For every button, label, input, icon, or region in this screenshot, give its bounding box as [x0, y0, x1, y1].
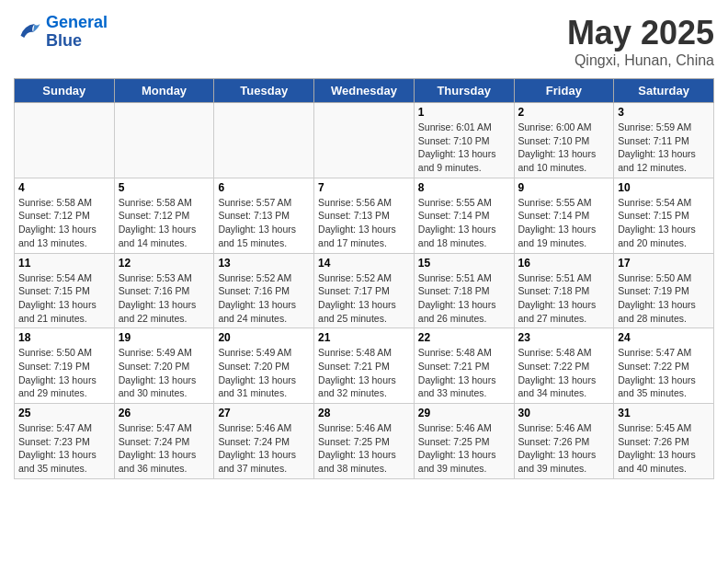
calendar-cell: 25Sunrise: 5:47 AM Sunset: 7:23 PM Dayli… — [15, 404, 115, 479]
day-number: 27 — [218, 407, 310, 419]
weekday-header: Thursday — [414, 79, 514, 103]
calendar-cell — [114, 103, 214, 178]
day-number: 31 — [618, 407, 710, 419]
calendar-cell: 6Sunrise: 5:57 AM Sunset: 7:13 PM Daylig… — [214, 178, 314, 253]
calendar-cell: 7Sunrise: 5:56 AM Sunset: 7:13 PM Daylig… — [314, 178, 415, 253]
calendar-cell: 18Sunrise: 5:50 AM Sunset: 7:19 PM Dayli… — [15, 328, 115, 404]
day-info: Sunrise: 5:52 AM Sunset: 7:17 PM Dayligh… — [318, 271, 410, 326]
calendar-cell: 14Sunrise: 5:52 AM Sunset: 7:17 PM Dayli… — [314, 253, 415, 328]
day-info: Sunrise: 5:59 AM Sunset: 7:11 PM Dayligh… — [618, 121, 710, 175]
day-number: 21 — [318, 331, 410, 344]
calendar-cell: 26Sunrise: 5:47 AM Sunset: 7:24 PM Dayli… — [114, 404, 214, 479]
day-info: Sunrise: 5:50 AM Sunset: 7:19 PM Dayligh… — [18, 346, 110, 400]
day-info: Sunrise: 5:46 AM Sunset: 7:24 PM Dayligh… — [218, 421, 310, 476]
calendar-cell: 20Sunrise: 5:49 AM Sunset: 7:20 PM Dayli… — [214, 328, 314, 404]
day-number: 15 — [418, 257, 510, 270]
calendar-week-row: 1Sunrise: 6:01 AM Sunset: 7:10 PM Daylig… — [15, 103, 714, 178]
day-info: Sunrise: 5:58 AM Sunset: 7:12 PM Dayligh… — [18, 196, 110, 250]
day-info: Sunrise: 5:46 AM Sunset: 7:25 PM Dayligh… — [418, 421, 510, 476]
day-info: Sunrise: 5:53 AM Sunset: 7:16 PM Dayligh… — [119, 271, 210, 326]
day-number: 7 — [318, 181, 410, 194]
calendar-week-row: 25Sunrise: 5:47 AM Sunset: 7:23 PM Dayli… — [15, 404, 714, 479]
calendar-cell: 11Sunrise: 5:54 AM Sunset: 7:15 PM Dayli… — [15, 253, 115, 328]
weekday-header: Sunday — [15, 79, 115, 103]
day-info: Sunrise: 5:54 AM Sunset: 7:15 PM Dayligh… — [18, 271, 110, 326]
day-info: Sunrise: 5:46 AM Sunset: 7:25 PM Dayligh… — [318, 421, 410, 476]
day-number: 6 — [218, 181, 310, 194]
calendar-cell: 13Sunrise: 5:52 AM Sunset: 7:16 PM Dayli… — [214, 253, 314, 328]
calendar-table: SundayMondayTuesdayWednesdayThursdayFrid… — [14, 78, 714, 479]
day-number: 20 — [218, 331, 310, 344]
day-info: Sunrise: 5:55 AM Sunset: 7:14 PM Dayligh… — [518, 196, 610, 250]
calendar-cell: 24Sunrise: 5:47 AM Sunset: 7:22 PM Dayli… — [614, 328, 714, 404]
day-info: Sunrise: 5:45 AM Sunset: 7:26 PM Dayligh… — [618, 421, 710, 476]
calendar-cell: 17Sunrise: 5:50 AM Sunset: 7:19 PM Dayli… — [614, 253, 714, 328]
calendar-cell — [15, 103, 115, 178]
day-info: Sunrise: 5:47 AM Sunset: 7:24 PM Dayligh… — [119, 421, 210, 476]
weekday-header-row: SundayMondayTuesdayWednesdayThursdayFrid… — [15, 79, 714, 103]
day-number: 8 — [418, 181, 510, 194]
day-number: 17 — [618, 257, 710, 270]
location: Qingxi, Hunan, China — [567, 52, 714, 69]
day-number: 24 — [618, 331, 710, 344]
calendar-cell: 15Sunrise: 5:51 AM Sunset: 7:18 PM Dayli… — [414, 253, 514, 328]
calendar-cell: 23Sunrise: 5:48 AM Sunset: 7:22 PM Dayli… — [514, 328, 614, 404]
page-header: General Blue May 2025 Qingxi, Hunan, Chi… — [14, 14, 714, 69]
day-info: Sunrise: 6:01 AM Sunset: 7:10 PM Dayligh… — [418, 121, 510, 175]
day-number: 11 — [18, 257, 110, 270]
calendar-cell: 16Sunrise: 5:51 AM Sunset: 7:18 PM Dayli… — [514, 253, 614, 328]
calendar-cell: 19Sunrise: 5:49 AM Sunset: 7:20 PM Dayli… — [114, 328, 214, 404]
day-number: 18 — [18, 331, 110, 344]
month-title: May 2025 — [567, 14, 714, 52]
day-number: 10 — [618, 181, 710, 194]
calendar-cell: 2Sunrise: 6:00 AM Sunset: 7:10 PM Daylig… — [514, 103, 614, 178]
day-number: 23 — [518, 331, 610, 344]
day-info: Sunrise: 5:51 AM Sunset: 7:18 PM Dayligh… — [418, 271, 510, 326]
calendar-week-row: 4Sunrise: 5:58 AM Sunset: 7:12 PM Daylig… — [15, 178, 714, 253]
day-number: 29 — [418, 407, 510, 419]
day-number: 30 — [518, 407, 610, 419]
calendar-cell: 1Sunrise: 6:01 AM Sunset: 7:10 PM Daylig… — [414, 103, 514, 178]
day-info: Sunrise: 5:47 AM Sunset: 7:23 PM Dayligh… — [18, 421, 110, 476]
calendar-cell: 21Sunrise: 5:48 AM Sunset: 7:21 PM Dayli… — [314, 328, 415, 404]
day-info: Sunrise: 6:00 AM Sunset: 7:10 PM Dayligh… — [518, 121, 610, 175]
day-info: Sunrise: 5:51 AM Sunset: 7:18 PM Dayligh… — [518, 271, 610, 326]
day-number: 16 — [518, 257, 610, 270]
calendar-cell: 30Sunrise: 5:46 AM Sunset: 7:26 PM Dayli… — [514, 404, 614, 479]
weekday-header: Friday — [514, 79, 614, 103]
day-info: Sunrise: 5:50 AM Sunset: 7:19 PM Dayligh… — [618, 271, 710, 326]
calendar-cell: 9Sunrise: 5:55 AM Sunset: 7:14 PM Daylig… — [514, 178, 614, 253]
calendar-cell — [214, 103, 314, 178]
day-info: Sunrise: 5:57 AM Sunset: 7:13 PM Dayligh… — [218, 196, 310, 250]
day-number: 4 — [18, 181, 110, 194]
title-block: May 2025 Qingxi, Hunan, China — [567, 14, 714, 69]
day-info: Sunrise: 5:47 AM Sunset: 7:22 PM Dayligh… — [618, 346, 710, 400]
day-number: 13 — [218, 257, 310, 270]
calendar-week-row: 18Sunrise: 5:50 AM Sunset: 7:19 PM Dayli… — [15, 328, 714, 404]
calendar-cell: 29Sunrise: 5:46 AM Sunset: 7:25 PM Dayli… — [414, 404, 514, 479]
calendar-week-row: 11Sunrise: 5:54 AM Sunset: 7:15 PM Dayli… — [15, 253, 714, 328]
day-number: 12 — [119, 257, 210, 270]
calendar-cell: 4Sunrise: 5:58 AM Sunset: 7:12 PM Daylig… — [15, 178, 115, 253]
day-info: Sunrise: 5:49 AM Sunset: 7:20 PM Dayligh… — [119, 346, 210, 400]
day-number: 19 — [119, 331, 210, 344]
day-info: Sunrise: 5:55 AM Sunset: 7:14 PM Dayligh… — [418, 196, 510, 250]
day-number: 28 — [318, 407, 410, 419]
day-number: 22 — [418, 331, 510, 344]
weekday-header: Tuesday — [214, 79, 314, 103]
weekday-header: Wednesday — [314, 79, 415, 103]
calendar-cell: 27Sunrise: 5:46 AM Sunset: 7:24 PM Dayli… — [214, 404, 314, 479]
day-number: 26 — [119, 407, 210, 419]
logo-text: General Blue — [46, 14, 108, 51]
day-info: Sunrise: 5:49 AM Sunset: 7:20 PM Dayligh… — [218, 346, 310, 400]
day-number: 2 — [518, 106, 610, 119]
logo-icon — [14, 18, 41, 46]
calendar-cell: 12Sunrise: 5:53 AM Sunset: 7:16 PM Dayli… — [114, 253, 214, 328]
weekday-header: Saturday — [614, 79, 714, 103]
calendar-cell: 5Sunrise: 5:58 AM Sunset: 7:12 PM Daylig… — [114, 178, 214, 253]
logo: General Blue — [14, 14, 108, 51]
day-info: Sunrise: 5:58 AM Sunset: 7:12 PM Dayligh… — [119, 196, 210, 250]
day-info: Sunrise: 5:54 AM Sunset: 7:15 PM Dayligh… — [618, 196, 710, 250]
day-number: 1 — [418, 106, 510, 119]
calendar-cell: 10Sunrise: 5:54 AM Sunset: 7:15 PM Dayli… — [614, 178, 714, 253]
